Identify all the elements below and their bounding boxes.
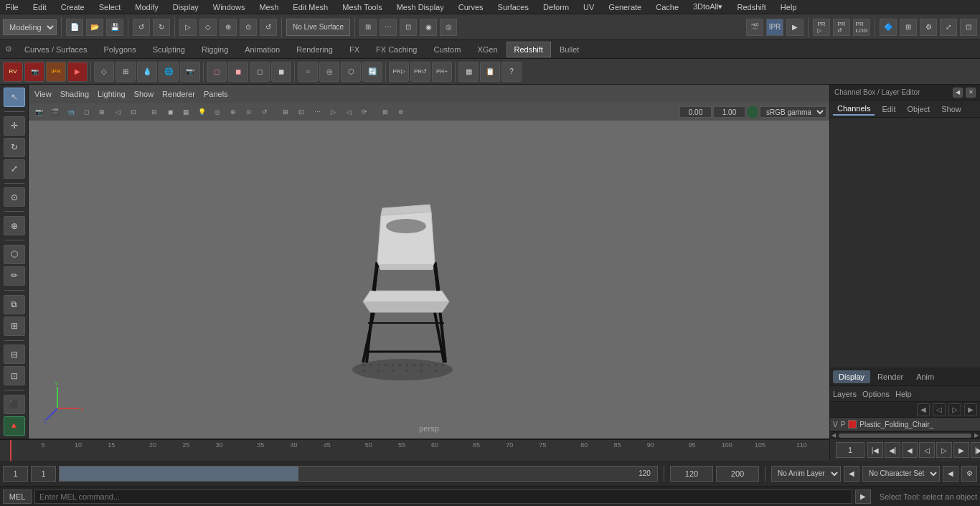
- char-set-btn2[interactable]: ⚙: [961, 466, 977, 482]
- frame-current-field[interactable]: [31, 466, 56, 482]
- globe-icon[interactable]: 🌐: [159, 62, 179, 82]
- layer-color-swatch[interactable]: [848, 420, 857, 428]
- cam-icon[interactable]: 📷: [24, 62, 44, 82]
- undo-btn[interactable]: ↺: [133, 19, 150, 36]
- menu-generate[interactable]: Generate: [606, 3, 644, 11]
- pr-icon1[interactable]: PR▷: [389, 62, 409, 82]
- menu-edit-mesh[interactable]: Edit Mesh: [290, 3, 331, 11]
- workspace-selector[interactable]: Modeling: [3, 19, 57, 35]
- ch-tab-object[interactable]: Object: [903, 103, 934, 115]
- help-icon[interactable]: ?: [501, 62, 522, 82]
- render-view-btn[interactable]: 🎬: [746, 19, 763, 36]
- maximize-btn[interactable]: ⤢: [940, 19, 957, 36]
- ch-tab-channels[interactable]: Channels: [833, 103, 875, 116]
- menu-display[interactable]: Display: [170, 3, 202, 11]
- settings-btn[interactable]: ⚙: [920, 19, 937, 36]
- vp-menu-view[interactable]: View: [34, 90, 52, 98]
- scroll-right-arrow[interactable]: ▶: [974, 432, 979, 439]
- playback-end-field[interactable]: [670, 466, 713, 482]
- frame-range-bar[interactable]: [59, 466, 658, 482]
- save-scene-btn[interactable]: 💾: [106, 19, 123, 36]
- tab-sculpting[interactable]: Sculpting: [145, 42, 193, 57]
- tab-animation[interactable]: Animation: [237, 42, 288, 57]
- vp-icon-d[interactable]: ▷: [326, 106, 340, 118]
- frame-range-end-field[interactable]: [632, 467, 657, 481]
- disp-tab-anim[interactable]: Anim: [910, 370, 940, 383]
- vp-loop-icon[interactable]: ↺: [258, 106, 272, 118]
- tab-rendering[interactable]: Rendering: [288, 42, 341, 57]
- soft-btn[interactable]: ⊙: [240, 19, 257, 36]
- paint-btn[interactable]: ⊕: [220, 19, 237, 36]
- viewport[interactable]: View Shading Lighting Show Renderer Pane…: [29, 85, 829, 439]
- tab-gear-icon[interactable]: ⚙: [1, 42, 16, 57]
- scrollbar-h[interactable]: ◀ ▶: [830, 431, 980, 439]
- vp-rotate-field[interactable]: [679, 106, 712, 118]
- next-frame-btn[interactable]: |▶: [971, 442, 980, 458]
- anim-layer-btn1[interactable]: ◀: [844, 466, 859, 482]
- extra-btn3[interactable]: ⊡: [4, 366, 25, 385]
- layer-arrow-left-btn[interactable]: ◀: [917, 403, 930, 416]
- menu-mesh[interactable]: Mesh: [256, 3, 281, 11]
- vp-cam2-icon[interactable]: 📹: [63, 106, 77, 118]
- menu-modify[interactable]: Modify: [132, 3, 161, 11]
- menu-cache[interactable]: Cache: [653, 3, 682, 11]
- vp-icon-g[interactable]: ⊠: [378, 106, 392, 118]
- pr-icon2[interactable]: PR↺: [410, 62, 430, 82]
- vp-icon-f[interactable]: ⟳: [357, 106, 372, 118]
- rotate-tool-btn[interactable]: ↻: [4, 138, 25, 157]
- options-menu[interactable]: Options: [862, 390, 890, 398]
- rv-icon[interactable]: RV: [3, 62, 23, 82]
- layer-p-toggle[interactable]: P: [841, 421, 846, 428]
- menu-select[interactable]: Select: [96, 3, 124, 11]
- tab-polygons[interactable]: Polygons: [95, 42, 143, 57]
- layer-arrow-right-btn[interactable]: ▶: [964, 403, 977, 416]
- scroll-left-arrow[interactable]: ◀: [831, 432, 836, 439]
- menu-curves[interactable]: Curves: [456, 3, 486, 11]
- render-btn[interactable]: ▶: [786, 19, 804, 36]
- vp-menu-shading[interactable]: Shading: [60, 90, 89, 98]
- select-tool-btn[interactable]: ↖: [4, 88, 25, 107]
- redo-btn[interactable]: ↻: [153, 19, 170, 36]
- disp-tab-display[interactable]: Display: [833, 370, 870, 383]
- prev-key-btn[interactable]: ◀: [902, 442, 918, 458]
- vp-icon4[interactable]: ◻: [79, 106, 93, 118]
- vp-icon-c[interactable]: ⋯: [310, 106, 324, 118]
- camera2-icon[interactable]: 📷: [180, 62, 200, 82]
- vp-icon-h[interactable]: ⊜: [394, 106, 408, 118]
- snap1-btn[interactable]: ⊞: [359, 19, 377, 36]
- vp-light-icon[interactable]: 💡: [194, 106, 209, 118]
- layer-v-toggle[interactable]: V: [833, 421, 838, 428]
- pr-icon3[interactable]: PR+: [432, 62, 452, 82]
- snap2-btn[interactable]: ⋯: [380, 19, 397, 36]
- vp-menu-renderer[interactable]: Renderer: [162, 90, 195, 98]
- panel-btn[interactable]: ⊡: [960, 19, 977, 36]
- extra-btn5[interactable]: 🔺: [4, 416, 25, 436]
- vp-wire-icon[interactable]: ⊟: [147, 106, 161, 118]
- next-key-btn[interactable]: ▶: [953, 442, 969, 458]
- extra-btn4[interactable]: ⬛: [4, 395, 25, 414]
- icon-dot-circle[interactable]: ◎: [319, 62, 339, 82]
- menu-surfaces[interactable]: Surfaces: [495, 3, 532, 11]
- cube2-icon[interactable]: ◼: [228, 62, 248, 82]
- vp-film-icon[interactable]: 🎬: [47, 106, 62, 118]
- pr-loop-btn[interactable]: PR↺: [833, 19, 850, 36]
- menu-mesh-display[interactable]: Mesh Display: [394, 3, 447, 11]
- menu-deform[interactable]: Deform: [540, 3, 572, 11]
- menu-windows[interactable]: Windows: [210, 3, 248, 11]
- panel-close-btn[interactable]: ✕: [966, 88, 976, 98]
- vp-texture-icon[interactable]: ▦: [179, 106, 193, 118]
- ipr-icon[interactable]: IPR: [46, 62, 66, 82]
- layer-arrow-left2-btn[interactable]: ◁: [933, 403, 946, 416]
- tab-xgen[interactable]: XGen: [469, 42, 505, 57]
- vp-colorspace-select[interactable]: sRGB gamma: [760, 106, 826, 118]
- layers-menu[interactable]: Layers: [833, 390, 857, 398]
- icon-spiral[interactable]: 🔄: [362, 62, 382, 82]
- vp-icon6[interactable]: ◁: [110, 106, 125, 118]
- frame-start-field[interactable]: [3, 466, 28, 482]
- vp-xray-icon[interactable]: ⊙: [242, 106, 256, 118]
- scroll-thumb[interactable]: [839, 434, 971, 438]
- tab-fx[interactable]: FX: [341, 42, 367, 57]
- snap-together-btn[interactable]: ⧉: [4, 295, 25, 314]
- vp-color-swatch[interactable]: [747, 106, 758, 118]
- menu-3dtoall[interactable]: 3DtoAll▾: [690, 2, 725, 11]
